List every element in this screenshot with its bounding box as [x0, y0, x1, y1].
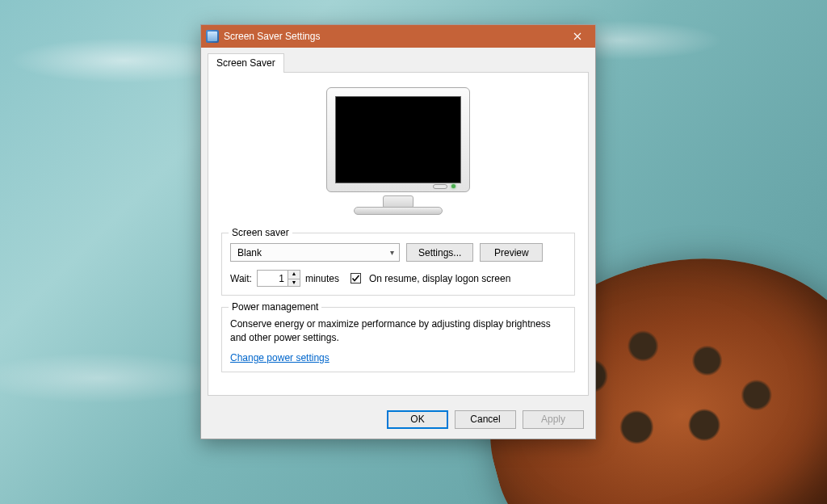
app-icon [206, 30, 219, 43]
dialog-buttons: OK Cancel Apply [201, 402, 595, 439]
close-icon [573, 32, 581, 40]
check-icon [351, 274, 360, 283]
wait-spin-up[interactable]: ▲ [288, 270, 300, 279]
monitor-preview [326, 87, 470, 215]
wait-spinner[interactable]: ▲ ▼ [257, 270, 300, 287]
screen-saver-settings-dialog: Screen Saver Settings Screen Saver [200, 24, 596, 439]
resume-label: On resume, display logon screen [369, 273, 510, 284]
window-title: Screen Saver Settings [224, 31, 559, 42]
preview-button[interactable]: Preview [480, 243, 543, 262]
wait-label: Wait: [230, 273, 252, 284]
tab-label: Screen Saver [216, 57, 275, 69]
wait-spin-down[interactable]: ▼ [288, 279, 300, 288]
screensaver-select-value: Blank [237, 247, 262, 258]
tab-screen-saver[interactable]: Screen Saver [208, 53, 284, 73]
settings-button[interactable]: Settings... [406, 243, 473, 262]
screensaver-select[interactable]: Blank ▾ [230, 243, 400, 262]
apply-button[interactable]: Apply [523, 410, 584, 429]
tab-page: Screen saver Blank ▾ Settings... Preview… [208, 72, 589, 396]
cancel-button[interactable]: Cancel [455, 410, 516, 429]
chevron-down-icon: ▾ [390, 248, 394, 257]
power-group-label: Power management [229, 301, 321, 313]
power-description: Conserve energy or maximize performance … [230, 317, 566, 346]
change-power-settings-link[interactable]: Change power settings [230, 352, 330, 363]
ok-button[interactable]: OK [387, 410, 448, 429]
preview-area [221, 87, 575, 215]
screensaver-group-label: Screen saver [229, 227, 292, 238]
wait-input[interactable] [257, 270, 288, 287]
screensaver-group: Screen saver Blank ▾ Settings... Preview… [221, 233, 575, 296]
close-button[interactable] [559, 25, 595, 48]
desktop-wallpaper: Screen Saver Settings Screen Saver [0, 0, 827, 504]
power-group: Power management Conserve energy or maxi… [221, 307, 575, 372]
tab-strip: Screen Saver [201, 48, 595, 72]
titlebar[interactable]: Screen Saver Settings [201, 25, 595, 48]
wait-unit: minutes [305, 273, 339, 284]
resume-checkbox[interactable] [351, 273, 361, 284]
